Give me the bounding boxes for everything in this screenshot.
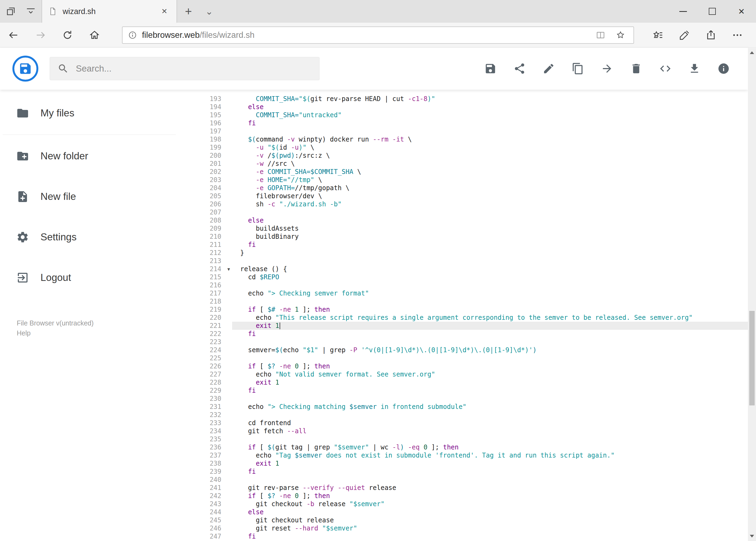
code-line[interactable]: 225 <box>189 354 748 362</box>
code-line[interactable]: 202 -e COMMIT_SHA=$COMMIT_SHA \ <box>189 168 748 176</box>
sidebar-item-new-file[interactable]: New file <box>0 176 189 217</box>
address-bar[interactable]: filebrowser.web/files/wizard.sh <box>122 26 634 44</box>
code-line[interactable]: 211 fi <box>189 241 748 249</box>
code-line[interactable]: 201 -w //src \ <box>189 160 748 168</box>
browser-tab[interactable]: wizard.sh ✕ <box>42 0 177 23</box>
code-line[interactable]: 221 exit 1 <box>189 322 748 330</box>
new-tab-button[interactable]: + <box>177 0 200 23</box>
sidebar-item-my-files[interactable]: My files <box>0 93 189 134</box>
window-close-button[interactable]: ✕ <box>727 0 756 23</box>
code-line[interactable]: 193 COMMIT_SHA="$(git rev-parse HEAD | c… <box>189 95 748 103</box>
code-line[interactable]: 220 echo "This release script requires a… <box>189 313 748 322</box>
reading-view-icon[interactable] <box>593 30 608 40</box>
code-line[interactable]: 232 <box>189 411 748 419</box>
forward-button[interactable] <box>27 23 54 48</box>
refresh-button[interactable] <box>54 23 81 48</box>
code-line[interactable]: 236 if [ $(git tag | grep "$semver" | wc… <box>189 443 748 451</box>
code-line[interactable]: 203 -e HOME="//tmp" \ <box>189 176 748 184</box>
info-button[interactable] <box>709 54 738 83</box>
sidebar-item-logout[interactable]: Logout <box>0 258 189 298</box>
code-line[interactable]: 218 <box>189 297 748 305</box>
back-button[interactable] <box>0 23 27 48</box>
code-line[interactable]: 244 else <box>189 508 748 516</box>
app-logo[interactable] <box>12 56 38 82</box>
raw-code-button[interactable] <box>651 54 680 83</box>
code-line[interactable]: 234 git fetch --all <box>189 427 748 435</box>
code-line[interactable]: 231 echo "> Checking matching $semver in… <box>189 403 748 411</box>
copy-button[interactable] <box>563 54 593 83</box>
code-line[interactable]: 226 if [ $? -ne 0 ]; then <box>189 362 748 370</box>
set-aside-tabs-icon[interactable] <box>5 5 17 17</box>
download-button[interactable] <box>680 54 709 83</box>
code-line[interactable]: 242 if [ $? -ne 0 ]; then <box>189 492 748 500</box>
edit-button[interactable] <box>534 54 563 83</box>
code-line[interactable]: 212} <box>189 249 748 257</box>
site-info-icon[interactable] <box>128 31 137 40</box>
tab-preview-icon[interactable] <box>25 5 37 17</box>
code-line[interactable]: 229 fi <box>189 386 748 395</box>
code-line[interactable]: 227 echo "Not valid semver format. See s… <box>189 370 748 378</box>
home-button[interactable] <box>81 23 108 48</box>
code-line[interactable]: 213 <box>189 257 748 265</box>
code-line[interactable]: 235 <box>189 435 748 443</box>
favorite-star-icon[interactable] <box>613 30 628 40</box>
share-button[interactable] <box>505 54 534 83</box>
code-line[interactable]: 195 COMMIT_SHA="untracked" <box>189 111 748 119</box>
code-editor[interactable]: 193 COMMIT_SHA="$(git rev-parse HEAD | c… <box>189 90 748 541</box>
code-line[interactable]: 246 git reset --hard "$semver" <box>189 524 748 532</box>
code-line[interactable]: 247 fi <box>189 532 748 540</box>
code-line[interactable]: 208 else <box>189 216 748 225</box>
code-line[interactable]: 222 fi <box>189 330 748 338</box>
code-line[interactable]: 243 git checkout -b release "$semver" <box>189 500 748 508</box>
search-input[interactable] <box>76 64 312 74</box>
save-button[interactable] <box>476 54 505 83</box>
code-line[interactable]: 210 buildBinary <box>189 233 748 241</box>
code-line[interactable]: 241 git rev-parse --verify --quiet relea… <box>189 484 748 492</box>
code-line[interactable]: 204 -e GOPATH=//tmp/gopath \ <box>189 184 748 192</box>
code-line[interactable]: 238 exit 1 <box>189 459 748 467</box>
code-line[interactable]: 233 cd frontend <box>189 419 748 427</box>
favorites-hub-icon[interactable] <box>645 23 671 48</box>
code-line[interactable]: 216 <box>189 281 748 289</box>
search-box[interactable] <box>50 57 320 80</box>
share-page-icon[interactable] <box>698 23 724 48</box>
code-line[interactable]: 196 fi <box>189 119 748 127</box>
code-line[interactable]: 207 <box>189 208 748 216</box>
code-line[interactable]: 198 $(command -v winpty) docker run --rm… <box>189 135 748 144</box>
code-line[interactable]: 230 <box>189 395 748 403</box>
code-line[interactable]: 209 buildAssets <box>189 225 748 233</box>
tab-close-icon[interactable]: ✕ <box>158 7 170 16</box>
code-line[interactable]: 194 else <box>189 103 748 111</box>
window-minimize-button[interactable] <box>668 0 698 23</box>
code-line[interactable]: 223 <box>189 338 748 346</box>
sidebar-item-settings[interactable]: Settings <box>0 217 189 258</box>
code-line[interactable]: 197 <box>189 127 748 135</box>
code-line[interactable]: 219 if [ $# -ne 1 ]; then <box>189 305 748 313</box>
code-line[interactable]: 205 filebrowser/dev \ <box>189 192 748 200</box>
code-line[interactable]: 224 semver=$(echo "$1" | grep -P '^v(0|[… <box>189 346 748 354</box>
code-line[interactable]: 200 -v /$(pwd):/src:z \ <box>189 152 748 160</box>
code-line[interactable]: 240 <box>189 476 748 484</box>
code-line[interactable]: 214▾release () { <box>189 265 748 273</box>
web-notes-pen-icon[interactable] <box>671 23 698 48</box>
fold-arrow-icon[interactable]: ▾ <box>227 265 230 273</box>
code-line[interactable]: 199 -u "$(id -u)" \ <box>189 144 748 152</box>
move-button[interactable] <box>593 54 622 83</box>
sidebar-item-new-folder[interactable]: New folder <box>0 136 189 176</box>
code-line[interactable]: 245 git checkout release <box>189 516 748 524</box>
help-link[interactable]: Help <box>17 328 94 338</box>
page-scrollbar[interactable] <box>748 48 756 541</box>
scrollbar-up-arrow-icon[interactable] <box>748 48 756 58</box>
scrollbar-thumb[interactable] <box>749 311 755 405</box>
tab-overflow-chevron-icon[interactable]: ⌄ <box>200 0 219 23</box>
code-line[interactable]: 239 fi <box>189 467 748 476</box>
scrollbar-down-arrow-icon[interactable] <box>748 531 756 541</box>
code-line[interactable]: 206 sh -c "./wizard.sh -b" <box>189 200 748 208</box>
code-line[interactable]: 228 exit 1 <box>189 378 748 386</box>
code-line[interactable]: 237 echo "Tag $semver does not exist in … <box>189 451 748 459</box>
delete-button[interactable] <box>622 54 651 83</box>
window-maximize-button[interactable] <box>698 0 727 23</box>
code-line[interactable]: 215 cd $REPO <box>189 273 748 281</box>
more-options-icon[interactable] <box>724 23 751 48</box>
code-line[interactable]: 217 echo "> Checking semver format" <box>189 289 748 297</box>
